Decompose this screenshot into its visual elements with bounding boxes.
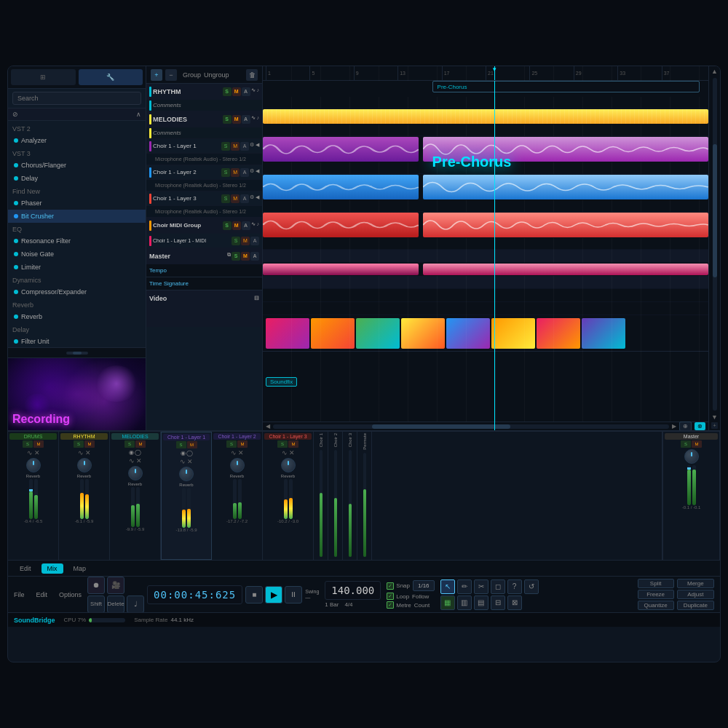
v-scrollbar-track[interactable]: [713, 78, 717, 411]
layer1midi-mute[interactable]: M: [241, 237, 250, 245]
sidebar-tab-fx[interactable]: 🔧: [79, 69, 143, 85]
rhythm-solo-mix[interactable]: S: [74, 440, 84, 448]
rhythm-knob[interactable]: [77, 458, 92, 472]
tool-erase[interactable]: ◻: [491, 579, 505, 594]
sidebar-header-arrow[interactable]: ∧: [136, 111, 141, 118]
clip-midi-right[interactable]: [423, 264, 708, 275]
master-knob[interactable]: [684, 449, 699, 464]
arr-row-layer1midi[interactable]: [263, 263, 708, 276]
scroll-left[interactable]: ◀: [266, 423, 270, 430]
scroll-up[interactable]: ▲: [711, 68, 718, 75]
choir1l2-knob[interactable]: [230, 458, 245, 472]
rhythm-fader-r[interactable]: [85, 479, 89, 519]
bpm-display[interactable]: 140.000: [325, 581, 381, 600]
split-btn[interactable]: Split: [638, 579, 674, 588]
menu-options[interactable]: Options: [59, 591, 82, 598]
scrollbar-thumb-h[interactable]: [372, 424, 510, 429]
tool-draw[interactable]: ✏: [457, 579, 472, 594]
transport-delete-btn[interactable]: Delete: [107, 596, 124, 613]
play-btn[interactable]: ▶: [265, 586, 282, 604]
aux-fader-4[interactable]: [363, 453, 366, 557]
choir1l2-mute[interactable]: M: [231, 168, 240, 177]
rhythm-solo[interactable]: S: [223, 87, 232, 96]
scroll-right[interactable]: ▶: [672, 423, 676, 430]
grid-btn-2[interactable]: ▥: [457, 596, 472, 610]
master-fader-l-handle[interactable]: [687, 467, 691, 470]
choir1l1-fader-l[interactable]: [182, 488, 186, 528]
grid-btn-3[interactable]: ▤: [474, 596, 488, 610]
stop-btn[interactable]: ■: [245, 586, 263, 604]
drums-fader-l[interactable]: [29, 479, 33, 519]
aux-fader-1[interactable]: [320, 450, 323, 557]
transport-cam-btn[interactable]: 🎥: [107, 577, 124, 594]
melodies-knob[interactable]: [128, 466, 143, 480]
master-fader-r[interactable]: [692, 465, 696, 505]
sidebar-item-resonance[interactable]: Resonance Filter: [8, 234, 146, 248]
choir1l3-fader-r[interactable]: [289, 479, 293, 519]
choir1l1-solo[interactable]: S: [221, 142, 230, 151]
transport-shift-btn[interactable]: Shift: [87, 596, 105, 613]
clip-choir1l2-right[interactable]: [423, 175, 708, 199]
remove-track-btn[interactable]: −: [165, 69, 177, 81]
sidebar-tab-grid[interactable]: ⊞: [11, 69, 76, 85]
merge-btn[interactable]: Merge: [677, 579, 714, 588]
h-scrollbar[interactable]: ◀ ▶ ⊕ ⊗: [263, 422, 708, 430]
choir1l3-mute[interactable]: M: [231, 194, 240, 203]
choir1l2-fader-r[interactable]: [238, 479, 242, 519]
master-solo-mix[interactable]: S: [681, 440, 691, 448]
melodies-fader-l[interactable]: [131, 487, 135, 527]
rhythm-fader-l[interactable]: [80, 479, 84, 519]
quantize-btn[interactable]: Quantize: [638, 601, 674, 610]
clip-midi-left[interactable]: [263, 264, 419, 275]
grid-btn-5[interactable]: ⊠: [507, 596, 522, 610]
clip-choir1l1-right[interactable]: [423, 137, 708, 162]
transport-record-btn[interactable]: ⏺: [87, 577, 105, 594]
zoom-level2[interactable]: ⊗: [695, 422, 705, 430]
sidebar-item-reverb[interactable]: Reverb: [8, 310, 146, 323]
choir1l3-solo[interactable]: S: [221, 194, 230, 203]
master-mute-mix[interactable]: M: [692, 440, 702, 448]
sidebar-item-filterunit[interactable]: Filter Unit: [8, 335, 146, 347]
choir1l2-solo[interactable]: S: [221, 168, 230, 177]
duplicate-btn[interactable]: Duplicate: [677, 601, 714, 610]
layer1midi-solo[interactable]: S: [232, 237, 240, 245]
grid-btn-1[interactable]: ▦: [440, 596, 455, 610]
tool-cut[interactable]: ✂: [474, 579, 488, 594]
aux-fader-3[interactable]: [349, 450, 352, 557]
mixer-tab-mix[interactable]: Mix: [41, 563, 63, 574]
arr-row-melodies[interactable]: [263, 108, 708, 124]
grid-btn-4[interactable]: ⊟: [491, 596, 505, 610]
clip-choir1l3-right[interactable]: [423, 213, 708, 237]
choir1l2-arm[interactable]: A: [240, 168, 249, 177]
delete-track-btn[interactable]: 🗑: [246, 69, 258, 81]
freeze-btn[interactable]: Freeze: [638, 590, 674, 599]
sidebar-item-delay[interactable]: Delay: [8, 172, 146, 185]
choir1l3-mute-mix[interactable]: M: [288, 440, 298, 448]
scroll-down[interactable]: ▼: [711, 414, 718, 421]
menu-file[interactable]: File: [14, 591, 25, 598]
clip-choir1l1-left[interactable]: [263, 137, 419, 162]
melodies-mute[interactable]: M: [232, 115, 241, 124]
rhythm-mute-mix[interactable]: M: [84, 440, 95, 448]
snap-value[interactable]: 1/16: [413, 580, 435, 591]
drums-solo-btn[interactable]: S: [23, 440, 33, 448]
choirmidi-solo[interactable]: S: [223, 221, 232, 230]
metre-checkbox[interactable]: ✓: [387, 601, 394, 609]
sidebar-item-compressor[interactable]: Compressor/Expander: [8, 285, 146, 298]
sidebar-item-phaser[interactable]: Phaser: [8, 197, 146, 210]
adjust-btn[interactable]: Adjust: [677, 590, 714, 599]
choir1l3-solo-mix[interactable]: S: [277, 440, 288, 448]
master-arm[interactable]: A: [250, 252, 259, 261]
menu-edit[interactable]: Edit: [36, 591, 48, 598]
choir1l3-knob[interactable]: [281, 458, 296, 472]
tool-cursor[interactable]: ↖: [440, 579, 455, 594]
choir1l3-fader-l[interactable]: [284, 479, 288, 519]
sidebar-item-chorus[interactable]: Chorus/Flanger: [8, 159, 146, 172]
zoom-level[interactable]: ⊕: [679, 422, 692, 430]
melodies-solo[interactable]: S: [223, 115, 232, 124]
choir1l1-knob[interactable]: [179, 467, 194, 481]
melodies-solo-mix[interactable]: S: [124, 440, 135, 448]
master-solo[interactable]: S: [232, 252, 240, 261]
choir1l2-fader-l[interactable]: [233, 479, 237, 519]
melodies-arm[interactable]: A: [242, 115, 250, 124]
